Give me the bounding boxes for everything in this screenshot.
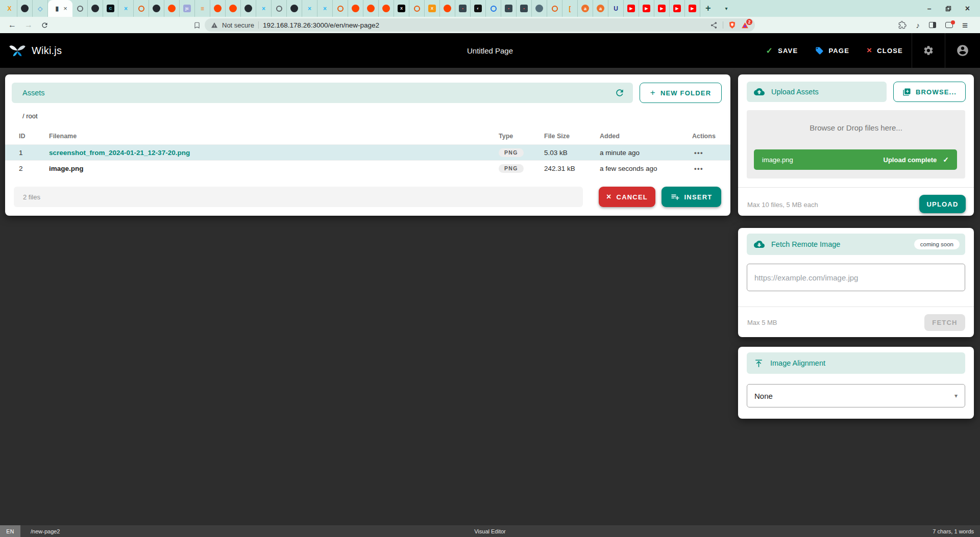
- new-tab-button[interactable]: +: [705, 3, 711, 14]
- wallet-icon[interactable]: [945, 22, 953, 28]
- rewards-badge: 2: [746, 19, 752, 25]
- browser-tab[interactable]: ×: [256, 0, 272, 17]
- browser-tab[interactable]: •: [501, 0, 517, 17]
- browser-tab[interactable]: ▶: [624, 0, 639, 17]
- remote-url-input[interactable]: [747, 264, 965, 291]
- save-button[interactable]: ✓ SAVE: [757, 33, 807, 68]
- browser-tab[interactable]: [134, 0, 149, 17]
- extensions-puzzle-icon[interactable]: [898, 21, 906, 29]
- close-button[interactable]: × CLOSE: [858, 33, 912, 68]
- browser-tab[interactable]: [210, 0, 226, 17]
- insert-button[interactable]: INSERT: [662, 187, 721, 207]
- browser-tab[interactable]: jc: [180, 0, 195, 17]
- browser-tab[interactable]: ▶: [670, 0, 685, 17]
- browser-tab[interactable]: [226, 0, 241, 17]
- cell-added: a few seconds ago: [600, 165, 687, 172]
- upload-button[interactable]: UPLOAD: [919, 195, 966, 213]
- wikijs-logo[interactable]: [8, 43, 27, 58]
- alignment-select[interactable]: None ▾: [747, 384, 965, 407]
- browser-tab[interactable]: ▮ ×: [48, 0, 72, 17]
- bookmark-icon[interactable]: [193, 21, 201, 29]
- browser-tab[interactable]: ▶: [654, 0, 670, 17]
- browser-tab[interactable]: ◇: [33, 0, 48, 17]
- browser-tab[interactable]: ▶: [639, 0, 654, 17]
- blue-diamond-favicon: ◇: [36, 5, 44, 12]
- media-control-icon[interactable]: ♪: [916, 21, 920, 30]
- browser-tab[interactable]: [: [562, 0, 578, 17]
- page-properties-button[interactable]: PAGE: [806, 33, 858, 68]
- browser-tab[interactable]: ▶: [685, 0, 700, 17]
- browser-tab[interactable]: [333, 0, 348, 17]
- sidebar-toggle-icon[interactable]: [929, 22, 936, 28]
- reddit-favicon: [229, 5, 237, 12]
- browser-tab[interactable]: [241, 0, 256, 17]
- browser-tab[interactable]: [88, 0, 103, 17]
- browser-tab[interactable]: [409, 0, 425, 17]
- browse-button[interactable]: BROWSE...: [893, 82, 966, 102]
- browser-tab[interactable]: U: [608, 0, 624, 17]
- brave-shield-icon[interactable]: [728, 21, 736, 29]
- file-dropzone[interactable]: Browse or Drop files here... image.png U…: [747, 110, 965, 178]
- browser-tab[interactable]: X: [394, 0, 409, 17]
- browser-tab[interactable]: ≡: [195, 0, 210, 17]
- browser-tab[interactable]: [363, 0, 379, 17]
- browser-tab[interactable]: [72, 0, 88, 17]
- browser-tab[interactable]: [149, 0, 164, 17]
- browser-tab[interactable]: [532, 0, 547, 17]
- refresh-button[interactable]: [611, 85, 628, 101]
- window-close-icon[interactable]: ×: [965, 4, 970, 13]
- browser-tab[interactable]: [440, 0, 455, 17]
- brave-rewards-icon[interactable]: 2: [741, 21, 749, 29]
- breadcrumb[interactable]: / root: [22, 112, 38, 120]
- browser-tab[interactable]: [17, 0, 33, 17]
- cell-size: 242.31 kB: [544, 165, 600, 172]
- browser-tab[interactable]: ×: [118, 0, 134, 17]
- browser-tab[interactable]: [164, 0, 180, 17]
- browser-tab[interactable]: ◐: [471, 0, 486, 17]
- back-icon[interactable]: ←: [8, 21, 16, 29]
- browser-tab[interactable]: a: [578, 0, 593, 17]
- cancel-button[interactable]: × CANCEL: [599, 187, 655, 207]
- share-icon[interactable]: [710, 21, 718, 29]
- browser-tab[interactable]: ×: [302, 0, 317, 17]
- youtube-favicon: ▶: [673, 5, 681, 12]
- check-icon: ✓: [766, 46, 774, 56]
- reload-icon[interactable]: [41, 21, 48, 29]
- row-actions-button[interactable]: •••: [687, 149, 730, 157]
- minimize-icon[interactable]: –: [927, 5, 932, 12]
- browser-tab[interactable]: [287, 0, 302, 17]
- browser-tab[interactable]: [486, 0, 501, 17]
- browser-tab[interactable]: [547, 0, 562, 17]
- firefox-favicon: [138, 6, 144, 12]
- row-actions-button[interactable]: •••: [687, 165, 730, 172]
- upload-assets-header: Upload Assets: [747, 82, 887, 102]
- menu-icon[interactable]: ≡: [962, 20, 968, 30]
- account-button[interactable]: [945, 33, 980, 68]
- table-row[interactable]: 2 image.png PNG 242.31 kB a few seconds …: [5, 160, 730, 176]
- table-row[interactable]: 1 screenshot_from_2024-01-21_12-37-20.pn…: [5, 144, 730, 160]
- address-bar[interactable]: Not secure 192.168.178.26:3000/e/en/new-…: [205, 18, 755, 32]
- browser-tab[interactable]: ×: [317, 0, 333, 17]
- browser-tab[interactable]: [379, 0, 394, 17]
- tab-search-chevron-icon[interactable]: ▾: [725, 6, 728, 11]
- github-favicon: [290, 5, 298, 12]
- locale-chip[interactable]: EN: [0, 525, 20, 537]
- browser-tab[interactable]: a: [593, 0, 608, 17]
- tab-close-icon[interactable]: ×: [63, 5, 67, 12]
- check-icon: ✓: [943, 156, 949, 164]
- new-folder-button[interactable]: + NEW FOLDER: [640, 83, 722, 103]
- browser-tab[interactable]: X: [425, 0, 440, 17]
- globe-favicon: [276, 6, 282, 12]
- browser-tab[interactable]: [272, 0, 287, 17]
- active-page-favicon: ▮: [53, 5, 61, 12]
- browser-tab[interactable]: [348, 0, 363, 17]
- restore-icon[interactable]: [945, 6, 951, 12]
- browser-tab[interactable]: C: [103, 0, 118, 17]
- settings-button[interactable]: [912, 33, 945, 68]
- forward-icon[interactable]: →: [24, 21, 33, 29]
- browser-tab[interactable]: X: [2, 0, 17, 17]
- alignment-value: None: [754, 392, 773, 400]
- browser-tab[interactable]: •: [517, 0, 532, 17]
- cloud-upload-icon: [754, 88, 765, 96]
- browser-tab[interactable]: •: [455, 0, 471, 17]
